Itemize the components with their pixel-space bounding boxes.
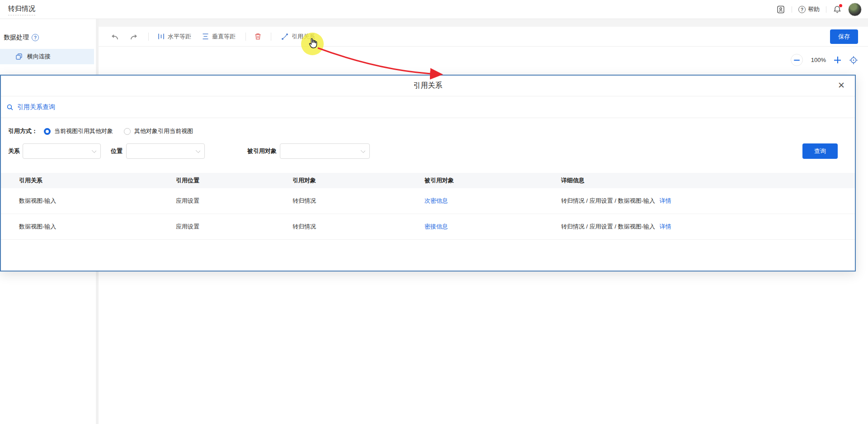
horizontal-spacing-label: 水平等距 — [168, 33, 191, 41]
horizontal-spacing-button[interactable]: 水平等距 — [158, 33, 191, 41]
query-button[interactable]: 查询 — [802, 143, 838, 159]
redo-button[interactable] — [130, 33, 138, 40]
relation-label: 关系 — [8, 147, 20, 155]
referenced-object-label: 被引用对象 — [247, 147, 277, 155]
crosshair-icon — [849, 56, 858, 65]
zoom-in-button[interactable] — [834, 57, 841, 63]
reference-relations-label: 引用关系 — [292, 33, 315, 41]
reference-table: 引用关系 引用位置 引用对象 被引用对象 详细信息 数据视图-输入 应用设置 转… — [1, 173, 855, 240]
position-select[interactable] — [126, 143, 205, 159]
col-ref-relation: 引用关系 — [19, 176, 176, 185]
page-title[interactable]: 转归情况 — [8, 5, 35, 15]
position-label: 位置 — [111, 147, 123, 155]
vertical-spacing-button[interactable]: 垂直等距 — [202, 33, 236, 41]
vertical-bars-icon — [158, 33, 165, 40]
modal-header: 引用关系 ✕ — [1, 76, 855, 96]
connector-icon — [281, 33, 288, 40]
toolbar-divider — [245, 33, 246, 41]
header-actions: ? 帮助 — [776, 0, 862, 19]
search-icon — [6, 104, 14, 111]
zoom-controls: 100% — [791, 54, 858, 66]
help-label: 帮助 — [808, 5, 820, 14]
cell-ref-relation: 数据视图-输入 — [19, 223, 176, 231]
divider — [826, 6, 826, 13]
col-ref-object: 引用对象 — [292, 176, 425, 185]
sidebar-item-label: 横向连接 — [27, 52, 51, 61]
section-title-text: 数据处理 — [4, 33, 29, 42]
trash-icon — [254, 33, 262, 40]
col-ref-position: 引用位置 — [176, 176, 292, 185]
section-help-icon[interactable]: ? — [32, 34, 39, 41]
cell-ref-position: 应用设置 — [176, 197, 292, 205]
delete-button[interactable] — [254, 33, 262, 40]
detail-link[interactable]: 详情 — [660, 197, 671, 204]
redo-arrow-icon — [130, 33, 138, 40]
notification-dot — [839, 4, 842, 7]
close-icon[interactable]: ✕ — [838, 80, 845, 91]
reference-mode-row: 引用方式： 当前视图引用其他对象 其他对象引用当前视图 — [8, 127, 855, 135]
zoom-level: 100% — [811, 57, 826, 63]
radio-label-others[interactable]: 其他对象引用当前视图 — [134, 127, 193, 135]
cell-ref-object: 转归情况 — [292, 223, 425, 231]
table-row: 数据视图-输入 应用设置 转归情况 次密信息 转归情况 / 应用设置 / 数据视… — [1, 188, 855, 214]
reference-relations-modal: 引用关系 ✕ 引用关系查询 引用方式： 当前视图引用其他对象 其他对象引用当前视… — [0, 75, 856, 272]
cell-ref-object: 转归情况 — [292, 197, 425, 205]
referenced-object-link[interactable]: 次密信息 — [425, 197, 448, 204]
table-header-row: 引用关系 引用位置 引用对象 被引用对象 详细信息 — [1, 173, 855, 188]
radio-label-current[interactable]: 当前视图引用其他对象 — [54, 127, 113, 135]
app-header: 转归情况 ? 帮助 — [0, 0, 868, 19]
minus-icon — [794, 60, 800, 61]
reference-relations-button[interactable]: 引用关系 — [281, 33, 315, 41]
vertical-spacing-label: 垂直等距 — [212, 33, 236, 41]
avatar[interactable] — [848, 3, 862, 16]
cell-ref-position: 应用设置 — [176, 223, 292, 231]
radio-others-reference-current-view[interactable] — [124, 128, 131, 135]
sidebar-section-title: 数据处理 ? — [4, 33, 96, 42]
save-button[interactable]: 保存 — [830, 29, 858, 44]
col-referenced-object: 被引用对象 — [425, 176, 561, 185]
zoom-out-button[interactable] — [791, 54, 803, 66]
chevron-down-icon — [92, 148, 96, 153]
contacts-icon[interactable] — [776, 5, 785, 14]
radio-current-view-references-others[interactable] — [44, 128, 51, 135]
relation-select[interactable] — [23, 143, 101, 159]
referenced-object-select[interactable] — [280, 143, 370, 159]
sidebar-item-horizontal-join[interactable]: 横向连接 — [0, 49, 94, 64]
search-link-label: 引用关系查询 — [17, 103, 55, 111]
toolbar-divider — [271, 33, 271, 41]
col-detail-info: 详细信息 — [561, 176, 844, 185]
filter-row: 关系 位置 被引用对象 查询 — [8, 143, 855, 159]
chevron-down-icon — [196, 148, 200, 153]
table-row: 数据视图-输入 应用设置 转归情况 密接信息 转归情况 / 应用设置 / 数据视… — [1, 214, 855, 240]
cell-ref-relation: 数据视图-输入 — [19, 197, 176, 205]
overlap-squares-icon — [15, 53, 23, 60]
help-button[interactable]: ? 帮助 — [798, 5, 820, 14]
horizontal-bars-icon — [202, 33, 209, 40]
modal-body: 引用方式： 当前视图引用其他对象 其他对象引用当前视图 关系 位置 被引用对象 … — [1, 127, 855, 240]
modal-title: 引用关系 — [1, 76, 855, 95]
detail-link[interactable]: 详情 — [660, 223, 671, 230]
toolbar-divider — [148, 33, 149, 41]
divider — [792, 6, 792, 13]
reference-search-link[interactable]: 引用关系查询 — [1, 96, 855, 118]
undo-arrow-icon — [110, 33, 118, 40]
undo-button[interactable] — [110, 33, 118, 40]
referenced-object-link[interactable]: 密接信息 — [425, 223, 448, 230]
notifications-button[interactable] — [833, 5, 842, 14]
detail-path: 转归情况 / 应用设置 / 数据视图-输入 — [561, 197, 655, 204]
fit-view-button[interactable] — [849, 56, 858, 65]
reference-mode-label: 引用方式： — [8, 127, 38, 135]
help-circle-icon: ? — [798, 6, 806, 13]
toolbar: 水平等距 垂直等距 引用关系 保存 — [99, 27, 868, 47]
detail-path: 转归情况 / 应用设置 / 数据视图-输入 — [561, 223, 655, 230]
chevron-down-icon — [361, 148, 365, 153]
